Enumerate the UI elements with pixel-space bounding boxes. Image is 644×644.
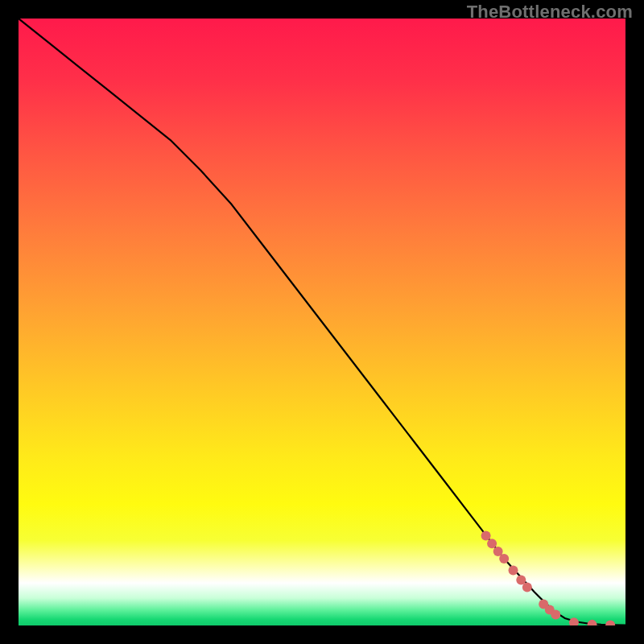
data-marker [522,583,532,592]
plot-area [19,19,625,625]
data-marker [509,565,518,575]
data-marker [487,539,497,548]
data-marker [551,609,560,619]
data-marker [481,530,491,540]
chart-svg [19,19,625,625]
data-marker [499,554,509,564]
chart-container: TheBottleneck.com [0,0,644,644]
